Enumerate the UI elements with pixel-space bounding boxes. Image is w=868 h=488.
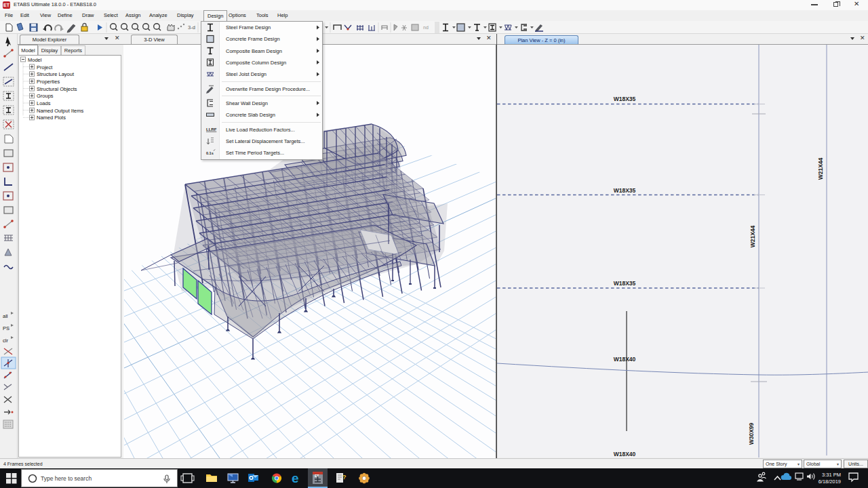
svg-text:Steel Frame Design: Steel Frame Design (226, 24, 271, 30)
svg-text:W18X40: W18X40 (614, 356, 636, 363)
svg-text:Named Output Items: Named Output Items (37, 108, 83, 114)
svg-text:?: ? (342, 474, 347, 481)
svg-text:W18X35: W18X35 (614, 96, 636, 102)
svg-text:Steel Joist Design: Steel Joist Design (226, 71, 267, 77)
svg-text:Properties: Properties (37, 79, 60, 85)
svg-text:3:31 PM: 3:31 PM (822, 472, 841, 478)
svg-text:3-d: 3-d (188, 24, 195, 30)
svg-text:6/18/2019: 6/18/2019 (818, 479, 841, 485)
svg-text:Groups: Groups (37, 93, 54, 99)
svg-text:Shear Wall Design: Shear Wall Design (226, 100, 268, 106)
svg-text:W21X44: W21X44 (749, 225, 756, 247)
svg-text:Overwrite Frame Design Procedu: Overwrite Frame Design Procedure... (226, 86, 310, 92)
svg-text:Concrete Slab Design: Concrete Slab Design (226, 112, 275, 118)
svg-text:Loads: Loads (37, 100, 51, 106)
svg-text:Named Plots: Named Plots (37, 115, 66, 121)
svg-text:0.1s: 0.1s (206, 151, 214, 155)
svg-text:Composite Column Design: Composite Column Design (226, 60, 286, 66)
svg-text:Composite Beam Design: Composite Beam Design (226, 48, 282, 54)
svg-text:ET: ET (315, 474, 319, 478)
svg-text:W21X44: W21X44 (817, 157, 824, 180)
svg-text:Live Load Reduction Factors...: Live Load Reduction Factors... (226, 127, 295, 133)
svg-text:Set Lateral Displacement Targe: Set Lateral Displacement Targets... (226, 138, 305, 144)
svg-text:Model: Model (28, 57, 42, 63)
svg-text:W18X35: W18X35 (614, 187, 636, 194)
svg-text:Set Time Period Targets...: Set Time Period Targets... (226, 150, 284, 156)
svg-text:clr: clr (3, 338, 8, 344)
svg-text:Structure Layout: Structure Layout (37, 71, 75, 77)
svg-text:PS: PS (3, 325, 9, 331)
svg-text:W30X99: W30X99 (748, 422, 755, 445)
svg-text:W18X35: W18X35 (614, 280, 636, 287)
svg-text:W18X40: W18X40 (614, 451, 636, 458)
svg-text:nd: nd (423, 25, 429, 30)
svg-text:Structural Objects: Structural Objects (37, 86, 77, 92)
svg-text:Project: Project (37, 64, 53, 70)
svg-text:all: all (3, 313, 8, 319)
svg-text:Concrete Frame Design: Concrete Frame Design (226, 36, 280, 42)
svg-text:LLRF: LLRF (206, 127, 217, 131)
svg-text:e: e (292, 471, 299, 485)
